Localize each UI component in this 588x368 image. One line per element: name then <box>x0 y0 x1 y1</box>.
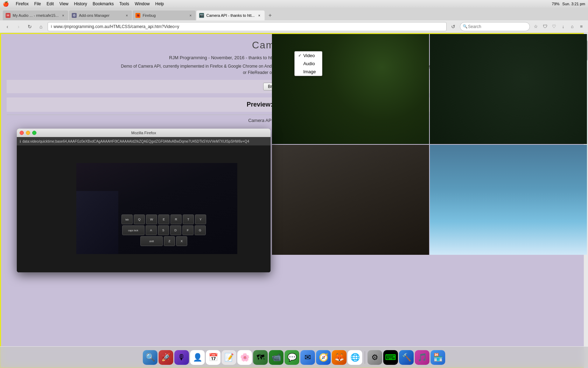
dropdown-item-image[interactable]: Image <box>295 68 322 76</box>
thumb-top-right <box>430 34 587 144</box>
menu-help[interactable]: Help <box>155 1 164 6</box>
popup-minimize-button[interactable] <box>26 131 30 135</box>
dock-reminders[interactable]: 📝 <box>222 350 236 365</box>
gmail-favicon: ✉ <box>6 13 10 18</box>
menu-bookmarks[interactable]: Bookmarks <box>93 1 114 6</box>
popup-titlebar: Mozilla Firefox <box>17 129 271 137</box>
thumb-top-left <box>272 34 429 144</box>
menu-file[interactable]: File <box>34 1 41 6</box>
popup-close-button[interactable] <box>20 131 24 135</box>
refresh-button[interactable]: ↺ <box>449 22 458 31</box>
clock: Sun. 3:21 pm <box>562 2 585 6</box>
kb-e: E <box>158 214 169 224</box>
tab-camera-close[interactable]: × <box>257 13 262 18</box>
tab-firebug[interactable]: 🐞 Firebug × <box>133 11 196 20</box>
addons-favicon: ⚙ <box>72 13 77 18</box>
popup-maximize-button[interactable] <box>32 131 36 135</box>
dock-safari[interactable]: 🧭 <box>316 350 331 365</box>
kb-x: X <box>176 236 187 246</box>
dropdown-audio-label: Audio <box>303 61 315 66</box>
tab-firebug-label: Firebug <box>142 13 186 18</box>
tab-addons[interactable]: ⚙ Add-ons Manager × <box>69 11 132 20</box>
home-button[interactable]: ⌂ <box>36 22 46 31</box>
tab-firebug-close[interactable]: × <box>188 13 193 18</box>
bookmark-icon[interactable]: ☆ <box>532 23 540 30</box>
apple-menu[interactable]: 🍎 <box>3 1 9 7</box>
tab-addons-close[interactable]: × <box>124 13 129 18</box>
kb-z: Z <box>164 236 175 246</box>
dock-firefox[interactable]: 🦊 <box>332 350 346 365</box>
dropdown-item-video[interactable]: ✓ Video <box>295 52 322 60</box>
checkmark-icon: ✓ <box>298 53 302 58</box>
dock-facetime[interactable]: 📹 <box>269 350 284 365</box>
tab-gmail-close[interactable]: × <box>61 13 65 18</box>
shield-icon[interactable]: 🛡 <box>541 23 549 30</box>
tab-camera[interactable]: 📷 Camera API - thanks to htt... × <box>196 11 264 20</box>
dock-contacts[interactable]: 👤 <box>190 350 205 365</box>
website-container: Camera Video Audio Image ✓ Video <box>0 33 588 368</box>
kb-d: D <box>170 225 181 235</box>
home-nav-icon[interactable]: ⌂ <box>568 23 576 30</box>
search-input[interactable] <box>460 22 530 31</box>
kb-caps: caps lock <box>122 225 145 235</box>
menu-firefox[interactable]: Firefox <box>16 1 29 6</box>
popup-url-text: data:video/quicktime;base64,AAAFGz0eXBxd… <box>22 139 249 143</box>
dock-photos[interactable]: 🌸 <box>237 350 252 365</box>
dock-calendar[interactable]: 📅 <box>206 350 220 365</box>
menu-edit[interactable]: Edit <box>47 1 54 6</box>
kb-tab: tab <box>121 214 133 224</box>
menu-history[interactable]: History <box>74 1 87 6</box>
kb-a: A <box>146 225 157 235</box>
menu-tools[interactable]: Tools <box>119 1 129 6</box>
dock-finder[interactable]: 🔍 <box>143 350 158 365</box>
dock-terminal[interactable]: ⌨ <box>383 350 398 365</box>
browser-window: ✉ My Audio ... - rmetcafe15... × ⚙ Add-o… <box>0 8 588 368</box>
dock-launchpad[interactable]: 🚀 <box>159 350 173 365</box>
dock-messages[interactable]: 💬 <box>285 350 299 365</box>
camera-favicon: 📷 <box>199 13 204 18</box>
menu-window[interactable]: Window <box>135 1 150 6</box>
dropdown-image-label: Image <box>303 69 316 74</box>
dropdown-item-audio[interactable]: Audio <box>295 60 322 68</box>
forward-button[interactable]: › <box>14 22 23 31</box>
dropdown-video-label: Video <box>303 53 315 58</box>
menubar-right: 79% Sun. 3:21 pm <box>552 2 585 6</box>
dock-maps[interactable]: 🗺 <box>253 350 268 365</box>
video-area: tab Q W E R T Y caps lock <box>17 145 271 272</box>
reload-button[interactable]: ↻ <box>25 22 34 31</box>
page-content: Camera Video Audio Image ✓ Video <box>0 33 588 368</box>
search-wrapper: 🔍 <box>460 22 530 31</box>
popup-info-icon: ℹ <box>20 139 21 143</box>
dock-mail[interactable]: ✉ <box>300 350 315 365</box>
search-icon: 🔍 <box>463 24 468 29</box>
kb-s: S <box>158 225 169 235</box>
dropdown-popup: ✓ Video Audio Image <box>294 51 322 76</box>
dock: 🔍 🚀 🎙 👤 📅 📝 🌸 🗺 📹 💬 ✉ 🧭 🦊 🌐 ⚙ ⌨ 🔨 🎵 🏪 <box>0 346 588 368</box>
download-icon[interactable]: ↓ <box>559 23 567 30</box>
popup-url-bar: ℹ data:video/quicktime;base64,AAAFGz0eXB… <box>17 137 271 145</box>
tab-camera-label: Camera API - thanks to htt... <box>206 13 254 18</box>
menubar: 🍎 Firefox File Edit View History Bookmar… <box>0 0 588 8</box>
thumb-bottom-right <box>430 145 587 255</box>
kb-r: R <box>170 214 182 224</box>
dock-chrome[interactable]: 🌐 <box>348 350 362 365</box>
menu-icon[interactable]: ≡ <box>578 23 585 30</box>
keyboard-simulation: tab Q W E R T Y caps lock <box>97 214 230 247</box>
popup-window: Mozilla Firefox ℹ data:video/quicktime;b… <box>17 129 271 272</box>
kb-t: T <box>183 214 194 224</box>
dock-preferences[interactable]: ⚙ <box>368 350 382 365</box>
kb-f: F <box>182 225 194 235</box>
menu-view[interactable]: View <box>59 1 69 6</box>
dock-itunes[interactable]: 🎵 <box>415 350 429 365</box>
url-bar[interactable]: ℹ www.rjmprogramming.com.au/HTMLCSS/came… <box>48 22 447 31</box>
new-tab-button[interactable]: + <box>265 11 275 20</box>
tab-gmail[interactable]: ✉ My Audio ... - rmetcafe15... × <box>3 11 68 20</box>
heart-icon[interactable]: ♡ <box>550 23 558 30</box>
back-button[interactable]: ‹ <box>3 22 12 31</box>
kb-q: Q <box>134 214 145 224</box>
url-text: www.rjmprogramming.com.au/HTMLCSS/camera… <box>54 24 179 29</box>
dock-xcode[interactable]: 🔨 <box>399 350 414 365</box>
dock-appstore[interactable]: 🏪 <box>430 350 445 365</box>
kb-g: G <box>195 225 206 235</box>
dock-siri[interactable]: 🎙 <box>174 350 189 365</box>
